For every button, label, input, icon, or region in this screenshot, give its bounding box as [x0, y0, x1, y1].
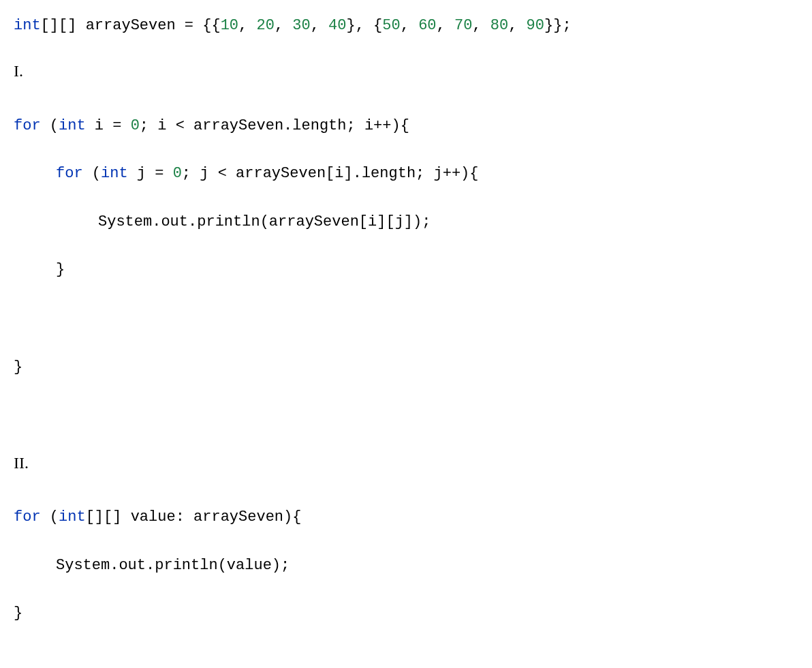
block-ii-line1: for (int[][] value: arraySeven){ — [14, 505, 798, 529]
blank-line — [14, 404, 798, 429]
blank-line — [14, 305, 798, 331]
blank-line — [14, 650, 798, 668]
num-30: 30 — [292, 17, 310, 34]
block-i-line3: System.out.println(arraySeven[i][j]); — [14, 210, 798, 234]
num-80: 80 — [490, 17, 508, 34]
declaration-line: int[][] arraySeven = {{10, 20, 30, 40}, … — [14, 14, 798, 37]
block-ii: for (int[][] value: arraySeven){ System.… — [14, 481, 798, 649]
num-20: 20 — [256, 17, 274, 34]
brackets: [][] — [41, 17, 86, 34]
num-40: 40 — [328, 17, 346, 34]
num-90: 90 — [527, 17, 544, 34]
label-ii: II. — [14, 450, 798, 476]
block-ii-line2: System.out.println(value); — [14, 553, 798, 577]
block-i-line4: } — [14, 258, 798, 282]
block-i-line1: for (int i = 0; i < arraySeven.length; i… — [14, 114, 798, 138]
block-i: for (int i = 0; i < arraySeven.length; i… — [14, 90, 798, 404]
block-ii-line3: } — [14, 601, 798, 625]
num-10: 10 — [221, 17, 238, 34]
label-i: I. — [14, 58, 798, 84]
block-i-line5: } — [14, 355, 798, 379]
num-60: 60 — [418, 17, 436, 34]
keyword-int: int — [14, 17, 41, 34]
var-assign: arraySeven = {{ — [86, 17, 221, 34]
num-50: 50 — [382, 17, 400, 34]
block-i-line2: for (int j = 0; j < arraySeven[i].length… — [14, 162, 798, 185]
num-70: 70 — [454, 17, 472, 34]
